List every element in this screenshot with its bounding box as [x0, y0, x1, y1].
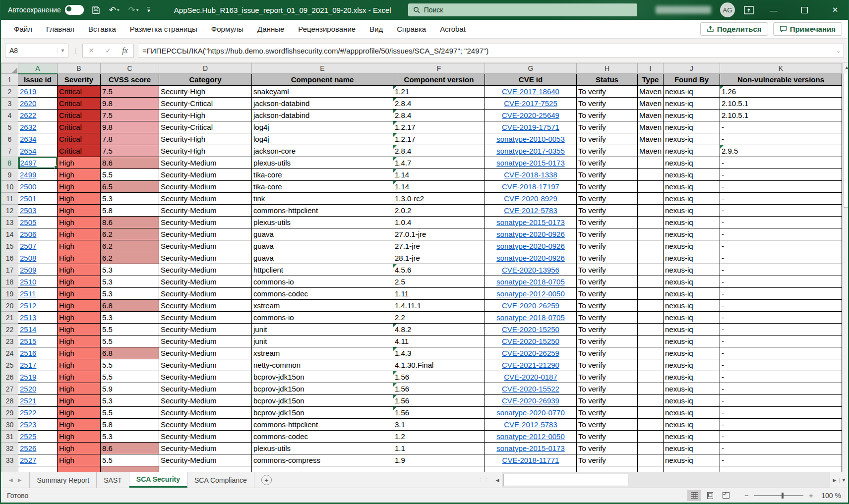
- row-header-28[interactable]: 28: [1, 395, 18, 407]
- cell-issue-id[interactable]: 2514: [18, 324, 58, 336]
- cell-severity[interactable]: Critical: [58, 133, 101, 145]
- cell-category[interactable]: Security-Critical: [159, 98, 252, 110]
- ribbon-tab-9[interactable]: Acrobat: [433, 21, 473, 37]
- cell-component-version[interactable]: 2.8.4: [393, 110, 485, 121]
- cell-type[interactable]: [638, 419, 664, 431]
- cell-component-name[interactable]: log4j: [252, 121, 393, 133]
- maximize-button[interactable]: [793, 0, 815, 20]
- cve-id-link[interactable]: CVE-2020-15250: [502, 325, 559, 334]
- cell-category[interactable]: Security-Medium: [159, 228, 252, 240]
- cell-type[interactable]: Maven: [638, 86, 664, 98]
- cell-component-name[interactable]: plexus-utils: [252, 443, 393, 454]
- cell-found-by[interactable]: nexus-iq: [664, 217, 720, 228]
- cell-found-by[interactable]: nexus-iq: [664, 228, 720, 240]
- cell-issue-id[interactable]: 2505: [18, 217, 58, 228]
- ribbon-display-options-icon[interactable]: [744, 6, 754, 14]
- table-header-1[interactable]: Severity: [58, 74, 101, 86]
- cell-severity[interactable]: High: [58, 371, 101, 383]
- issue-id-link[interactable]: 2516: [20, 349, 36, 357]
- cell-status[interactable]: To verify: [577, 454, 638, 466]
- cell-severity[interactable]: High: [58, 193, 101, 205]
- cell-severity[interactable]: High: [58, 205, 101, 217]
- row-header-2[interactable]: 2: [1, 86, 18, 98]
- row-header-13[interactable]: 13: [1, 217, 18, 228]
- cell-severity[interactable]: High: [58, 347, 101, 359]
- cell-found-by[interactable]: nexus-iq: [664, 407, 720, 419]
- cell-non-vulnerable-versions[interactable]: 1.26: [720, 86, 842, 98]
- cell-non-vulnerable-versions[interactable]: -: [720, 454, 842, 466]
- cell-type[interactable]: [638, 288, 664, 300]
- cell-component-name[interactable]: httpclient: [252, 264, 393, 276]
- cell-status[interactable]: To verify: [577, 443, 638, 454]
- cve-id-link[interactable]: sonatype-2017-0355: [496, 147, 565, 155]
- cell-non-vulnerable-versions[interactable]: -: [720, 347, 842, 359]
- cell-cve-id[interactable]: CVE-2019-17571: [485, 121, 577, 133]
- cell-status[interactable]: To verify: [577, 300, 638, 312]
- cell-severity[interactable]: High: [58, 169, 101, 181]
- cell-status[interactable]: To verify: [577, 264, 638, 276]
- cve-id-link[interactable]: sonatype-2020-0926: [496, 230, 565, 238]
- cve-id-link[interactable]: CVE-2019-17571: [502, 123, 559, 131]
- issue-id-link[interactable]: 2512: [20, 301, 36, 310]
- cell-component-name[interactable]: tika-core: [252, 169, 393, 181]
- cell-component-name[interactable]: bcprov-jdk15on: [252, 395, 393, 407]
- scroll-right-icon[interactable]: ▶: [830, 472, 839, 488]
- cell-found-by[interactable]: [664, 466, 720, 472]
- row-header-16[interactable]: 16: [1, 252, 18, 264]
- cve-id-link[interactable]: sonatype-2010-0053: [496, 135, 565, 143]
- cell-issue-id[interactable]: 2654: [18, 145, 58, 157]
- row-header-30[interactable]: 30: [1, 419, 18, 431]
- cell-non-vulnerable-versions[interactable]: -: [720, 443, 842, 454]
- table-header-2[interactable]: CVSS score: [101, 74, 159, 86]
- cell-status[interactable]: To verify: [577, 98, 638, 110]
- cell-non-vulnerable-versions[interactable]: -: [720, 181, 842, 193]
- zoom-slider[interactable]: [754, 495, 803, 496]
- undo-caret-icon[interactable]: ▾: [117, 8, 120, 12]
- splitter-dots-icon[interactable]: ⋮⋮: [478, 477, 490, 483]
- cell-type[interactable]: [638, 431, 664, 443]
- cell-non-vulnerable-versions[interactable]: -: [720, 240, 842, 252]
- cell-found-by[interactable]: nexus-iq: [664, 347, 720, 359]
- cell-status[interactable]: To verify: [577, 157, 638, 169]
- issue-id-link[interactable]: 2514: [20, 325, 36, 334]
- cell-issue-id[interactable]: 2521: [18, 395, 58, 407]
- cell-issue-id[interactable]: 2509: [18, 264, 58, 276]
- cell-cve-id[interactable]: sonatype-2015-0173: [485, 443, 577, 454]
- cell-type[interactable]: [638, 466, 664, 472]
- cve-id-link[interactable]: sonatype-2020-0770: [496, 408, 565, 417]
- cell-found-by[interactable]: nexus-iq: [664, 133, 720, 145]
- table-header-6[interactable]: CVE id: [485, 74, 577, 86]
- issue-id-link[interactable]: 2506: [20, 230, 36, 238]
- cell-non-vulnerable-versions[interactable]: -: [720, 205, 842, 217]
- page-break-view-button[interactable]: [719, 490, 733, 501]
- issue-id-link[interactable]: 2526: [20, 444, 36, 452]
- cell-component-name[interactable]: guava: [252, 252, 393, 264]
- row-header-7[interactable]: 7: [1, 145, 18, 157]
- cell-component-name[interactable]: commons-httpclient: [252, 205, 393, 217]
- cell-non-vulnerable-versions[interactable]: -: [720, 371, 842, 383]
- cve-id-link[interactable]: CVE-2020-26259: [502, 301, 559, 310]
- scroll-up-icon[interactable]: ▲: [843, 63, 848, 72]
- ribbon-tab-1[interactable]: Главная: [39, 21, 81, 37]
- cell-cve-id[interactable]: CVE-2020-26259: [485, 300, 577, 312]
- cell-status[interactable]: To verify: [577, 86, 638, 98]
- issue-id-link[interactable]: 2503: [20, 206, 36, 215]
- row-header-6[interactable]: 6: [1, 133, 18, 145]
- cell-component-version[interactable]: 1.2.17: [393, 121, 485, 133]
- sheet-nav-left-icon[interactable]: ◀: [9, 477, 13, 483]
- cell-cve-id[interactable]: CVE-2020-13956: [485, 264, 577, 276]
- cell-component-name[interactable]: junit: [252, 336, 393, 347]
- cve-id-link[interactable]: CVE-2018-11771: [502, 456, 559, 464]
- cell-component-name[interactable]: netty-common: [252, 359, 393, 371]
- cell-issue-id[interactable]: 2520: [18, 383, 58, 395]
- table-header-3[interactable]: Category: [159, 74, 252, 86]
- cell-cvss-score[interactable]: 6.2: [101, 228, 159, 240]
- cell-cvss-score[interactable]: 6.5: [101, 181, 159, 193]
- cell-status[interactable]: To verify: [577, 193, 638, 205]
- cell-component-name[interactable]: junit: [252, 324, 393, 336]
- cell-cve-id[interactable]: sonatype-2020-0926: [485, 240, 577, 252]
- cve-id-link[interactable]: CVE-2012-5783: [504, 420, 557, 429]
- cell-category[interactable]: Security-High: [159, 145, 252, 157]
- cell-component-name[interactable]: plexus-utils: [252, 217, 393, 228]
- cell-category[interactable]: Security-Medium: [159, 431, 252, 443]
